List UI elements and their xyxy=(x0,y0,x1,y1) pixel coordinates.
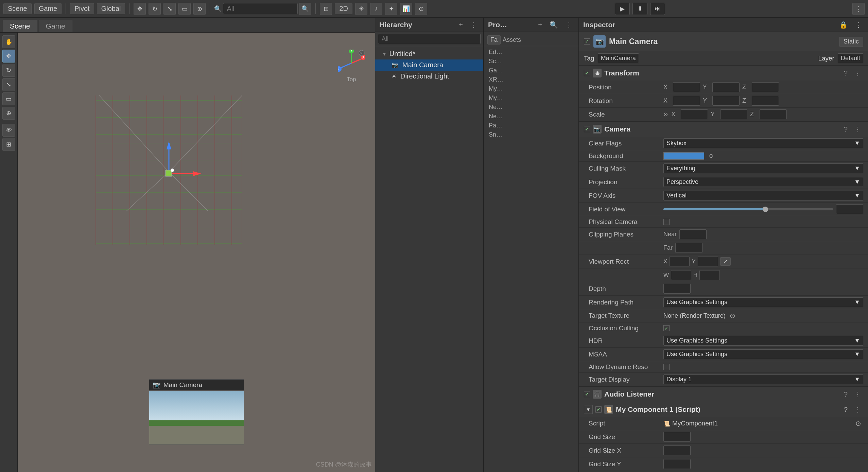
vp-h-input[interactable]: 1 xyxy=(699,270,720,280)
projection-dropdown[interactable]: Perspective ▼ xyxy=(663,177,863,187)
view-tool[interactable]: 👁 xyxy=(2,124,15,137)
vp-y-input[interactable]: 0 xyxy=(698,257,718,266)
fov-value-input[interactable]: 60 xyxy=(836,204,863,214)
grid-size-x-input[interactable]: 10 xyxy=(663,445,691,455)
target-display-dropdown[interactable]: Display 1 ▼ xyxy=(663,374,863,384)
clear-flags-dropdown[interactable]: Skybox ▼ xyxy=(663,138,863,148)
pos-x-input[interactable]: 0 xyxy=(673,82,700,92)
inspector-menu-btn[interactable]: ⋮ xyxy=(853,20,864,30)
script-pick-btn[interactable]: ⊙ xyxy=(853,419,863,428)
camera-enabled[interactable] xyxy=(584,126,590,132)
far-input[interactable]: 1000 xyxy=(675,243,702,253)
scene-tab-btn[interactable]: Scene xyxy=(3,3,32,14)
vp-w-input[interactable]: 1 xyxy=(671,270,691,280)
move-tool[interactable]: ✥ xyxy=(2,50,15,63)
search-btn[interactable]: 🔍 xyxy=(299,3,311,15)
custom-tool[interactable]: ⊕ xyxy=(2,107,15,120)
audio-listener-options-btn[interactable]: ⋮ xyxy=(852,389,863,399)
transform-options-btn[interactable]: ⋮ xyxy=(852,68,863,78)
rot-x-input[interactable]: 0 xyxy=(673,96,700,106)
near-input[interactable]: 0.3 xyxy=(679,229,707,239)
hdr-dropdown[interactable]: Use Graphics Settings ▼ xyxy=(663,336,863,346)
allow-dynamic-checkbox[interactable] xyxy=(663,364,670,370)
project-item-pa[interactable]: Pa… xyxy=(487,121,575,130)
static-btn[interactable]: Static xyxy=(839,37,863,47)
msaa-dropdown[interactable]: Use Graphics Settings ▼ xyxy=(663,349,863,359)
scene-viewport[interactable]: X Y Z × Top xyxy=(18,33,375,472)
transform-tool-btn[interactable]: ⊕ xyxy=(193,3,206,15)
layer-dropdown[interactable]: Default xyxy=(838,53,863,63)
project-item-my2[interactable]: My… xyxy=(487,93,575,103)
hierarchy-item-untitled[interactable]: ▼ Untitled* xyxy=(375,48,483,59)
project-item-sc[interactable]: Sc… xyxy=(487,57,575,66)
project-item-edit[interactable]: Ed… xyxy=(487,48,575,57)
pause-btn[interactable]: ⏸ xyxy=(632,3,647,15)
lighting-btn[interactable]: ☀ xyxy=(355,3,367,15)
gizmos-btn[interactable]: ⊙ xyxy=(415,3,427,15)
rot-z-input[interactable]: 0 xyxy=(752,96,779,106)
scale-y-input[interactable]: 1 xyxy=(720,109,747,119)
project-item-ga[interactable]: Ga… xyxy=(487,66,575,75)
my-component-header[interactable]: ▼ 📜 My Component 1 (Script) ? ⋮ xyxy=(579,402,868,417)
tag-dropdown[interactable]: MainCamera xyxy=(598,53,639,63)
camera-help-btn[interactable]: ? xyxy=(842,125,850,134)
vfx-btn[interactable]: ✦ xyxy=(385,3,397,15)
fov-axis-dropdown[interactable]: Vertical ▼ xyxy=(663,191,863,200)
target-texture-pick-btn[interactable]: ⊙ xyxy=(728,311,737,320)
my-component-enabled[interactable] xyxy=(595,406,602,413)
pos-z-input[interactable]: 0 xyxy=(752,82,779,92)
play-btn[interactable]: ▶ xyxy=(615,3,630,15)
rot-y-input[interactable]: 0 xyxy=(712,96,740,106)
vp-expand-btn[interactable]: ⤢ xyxy=(720,257,731,266)
transform-header[interactable]: ⊕ Transform ? ⋮ xyxy=(579,66,868,81)
project-item-sn[interactable]: Sn… xyxy=(487,130,575,139)
scale-z-input[interactable]: 1 xyxy=(760,109,787,119)
pos-y-input[interactable]: 0 xyxy=(712,82,740,92)
favorites-tab[interactable]: Fa xyxy=(487,35,501,45)
game-tab-btn[interactable]: Game xyxy=(34,3,62,14)
rendering-path-dropdown[interactable]: Use Graphics Settings ▼ xyxy=(663,297,863,307)
camera-options-btn[interactable]: ⋮ xyxy=(852,124,863,134)
inspector-lock-btn[interactable]: 🔒 xyxy=(837,20,850,30)
background-color-swatch[interactable] xyxy=(663,152,704,160)
my-component-toggle[interactable]: ▼ xyxy=(584,405,593,414)
stats-btn[interactable]: 📊 xyxy=(400,3,412,15)
global-btn[interactable]: Global xyxy=(97,3,125,14)
audio-listener-help-btn[interactable]: ? xyxy=(842,390,850,399)
audio-listener-enabled[interactable] xyxy=(584,391,590,397)
occlusion-culling-checkbox[interactable] xyxy=(663,325,670,331)
fov-slider[interactable]: 60 xyxy=(663,204,863,214)
project-item-ne1[interactable]: Ne… xyxy=(487,103,575,112)
tab-game[interactable]: Game xyxy=(39,20,72,32)
my-component-help-btn[interactable]: ? xyxy=(842,405,850,414)
project-item-my1[interactable]: My… xyxy=(487,84,575,93)
rotate-tool[interactable]: ↻ xyxy=(2,64,15,77)
scale-x-input[interactable]: 1 xyxy=(681,109,708,119)
more-options-btn[interactable]: ⋮ xyxy=(852,3,865,15)
culling-mask-dropdown[interactable]: Everything ▼ xyxy=(663,163,863,173)
grid-tool[interactable]: ⊞ xyxy=(2,138,15,151)
hierarchy-item-directional-light[interactable]: ☀ Directional Light xyxy=(375,71,483,82)
depth-input[interactable]: -1 xyxy=(663,284,691,294)
hierarchy-add-btn[interactable]: + xyxy=(457,20,465,29)
2d-btn[interactable]: 2D xyxy=(335,3,352,14)
search-input[interactable] xyxy=(223,3,298,14)
obj-active-checkbox[interactable] xyxy=(584,38,590,45)
vp-x-input[interactable]: 0 xyxy=(669,257,690,266)
move-tool-btn[interactable]: ✥ xyxy=(134,3,146,15)
fov-thumb[interactable] xyxy=(763,207,768,212)
scale-tool[interactable]: ⤡ xyxy=(2,78,15,91)
transform-help-btn[interactable]: ? xyxy=(842,69,850,78)
scene-gizmo[interactable]: X Y Z × Top xyxy=(338,50,365,77)
grid-size-y-input[interactable]: 10 xyxy=(663,459,691,469)
tab-scene[interactable]: Scene xyxy=(3,20,37,32)
project-item-xr[interactable]: XR… xyxy=(487,75,575,84)
grid-size-input[interactable]: 1 xyxy=(663,432,691,442)
hierarchy-menu-btn[interactable]: ⋮ xyxy=(468,20,479,30)
project-search-btn[interactable]: 🔍 xyxy=(548,20,560,30)
camera-header[interactable]: 📷 Camera ? ⋮ xyxy=(579,122,868,137)
hierarchy-item-main-camera[interactable]: 📷 Main Camera xyxy=(375,59,483,71)
layers-btn[interactable]: ⊞ xyxy=(320,3,332,15)
hand-tool[interactable]: ✋ xyxy=(2,35,15,48)
rotate-tool-btn[interactable]: ↻ xyxy=(149,3,161,15)
